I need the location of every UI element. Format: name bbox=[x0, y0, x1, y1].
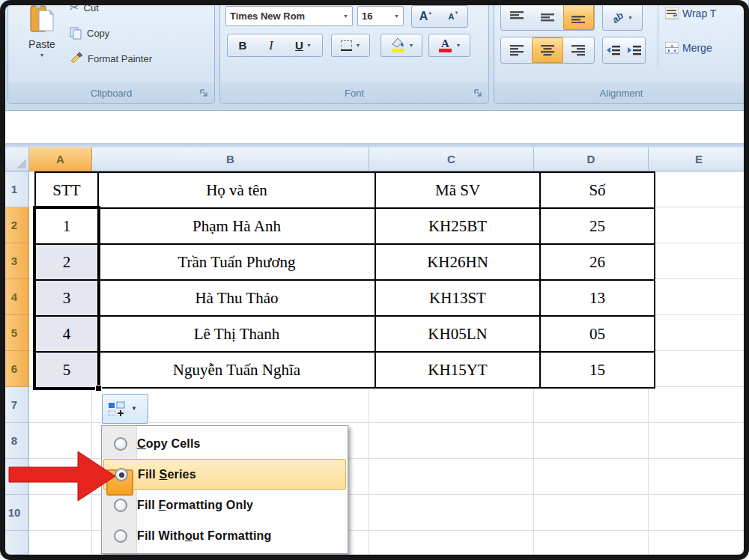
cell-a6[interactable]: 5 bbox=[36, 353, 99, 389]
cell-b1[interactable]: Họ và tên bbox=[99, 173, 376, 209]
middle-align-button[interactable] bbox=[532, 4, 562, 30]
cell[interactable] bbox=[534, 387, 649, 423]
cell[interactable] bbox=[649, 243, 749, 279]
cell[interactable] bbox=[534, 495, 649, 531]
increase-indent-button[interactable] bbox=[624, 37, 645, 63]
cell[interactable] bbox=[649, 279, 749, 315]
cut-button[interactable]: ✂ Cut bbox=[70, 0, 99, 16]
font-name-combo[interactable]: Times New Rom ▼ bbox=[225, 6, 353, 26]
column-header-d[interactable]: D bbox=[534, 147, 649, 171]
cell-b2[interactable]: Phạm Hà Anh bbox=[99, 209, 376, 245]
cell[interactable] bbox=[369, 387, 534, 423]
autofill-options-button[interactable]: ▼ bbox=[102, 394, 148, 424]
underline-button[interactable]: U▼ bbox=[285, 34, 322, 56]
row-header-7[interactable]: 7 bbox=[0, 387, 29, 423]
column-header-a[interactable]: A bbox=[29, 147, 92, 171]
cell-a1[interactable]: STT bbox=[36, 173, 99, 209]
cell-a4[interactable]: 3 bbox=[36, 281, 99, 317]
cell[interactable] bbox=[534, 459, 649, 495]
borders-button[interactable]: ▼ bbox=[331, 34, 370, 57]
bold-button[interactable]: B bbox=[228, 34, 258, 56]
cell-a2[interactable]: 1 bbox=[36, 209, 99, 245]
cell-a5[interactable]: 4 bbox=[36, 317, 99, 353]
copy-button[interactable]: Copy bbox=[70, 24, 109, 42]
menu-item-fill-without-formatting[interactable]: Fill Without Formatting bbox=[103, 520, 346, 551]
grow-font-button[interactable]: A▲ bbox=[412, 6, 440, 27]
radio-fill-without-formatting[interactable] bbox=[114, 529, 127, 543]
cell[interactable] bbox=[649, 207, 749, 243]
cell[interactable] bbox=[649, 387, 749, 423]
cell[interactable] bbox=[534, 531, 649, 555]
italic-button[interactable]: I bbox=[258, 34, 285, 56]
cell-c4[interactable]: KH13ST bbox=[376, 281, 541, 317]
cell[interactable] bbox=[649, 351, 749, 387]
paste-button[interactable]: Paste ▼ bbox=[19, 3, 65, 79]
row-header-1[interactable]: 1 bbox=[0, 171, 29, 207]
fill-handle[interactable] bbox=[95, 385, 102, 392]
select-all-corner[interactable] bbox=[0, 147, 29, 171]
cell-d6[interactable]: 15 bbox=[541, 353, 655, 389]
cell[interactable] bbox=[29, 531, 92, 555]
cell[interactable] bbox=[534, 423, 649, 459]
wrap-text-button[interactable]: Wrap T bbox=[665, 7, 716, 19]
cell[interactable] bbox=[369, 531, 534, 555]
align-left-button[interactable] bbox=[501, 37, 532, 63]
cell-b4[interactable]: Hà Thu Thảo bbox=[99, 281, 376, 317]
column-header-c[interactable]: C bbox=[369, 147, 534, 171]
font-dialog-launcher-icon[interactable] bbox=[473, 88, 483, 98]
row-header-4[interactable]: 4 bbox=[0, 279, 29, 315]
select-all-triangle-icon bbox=[16, 159, 26, 168]
align-right-button[interactable] bbox=[563, 37, 594, 63]
clipboard-dialog-launcher-icon[interactable] bbox=[199, 88, 209, 98]
cell-d2[interactable]: 25 bbox=[541, 209, 655, 245]
cell-d5[interactable]: 05 bbox=[541, 317, 655, 353]
cell[interactable] bbox=[649, 423, 749, 459]
center-icon bbox=[541, 44, 554, 56]
bottom-align-button[interactable] bbox=[563, 4, 594, 30]
row-header-3[interactable]: 3 bbox=[0, 243, 29, 279]
cell[interactable] bbox=[369, 495, 534, 531]
cell-c1[interactable]: Mã SV bbox=[376, 173, 541, 209]
menu-item-copy-cells[interactable]: Copy Cells bbox=[103, 428, 346, 459]
row-header-5[interactable]: 5 bbox=[0, 315, 29, 351]
cell-d1[interactable]: Số bbox=[541, 173, 655, 209]
cell[interactable] bbox=[369, 459, 534, 495]
cell[interactable] bbox=[649, 531, 749, 555]
menu-item-fill-formatting-only[interactable]: Fill Formatting Only bbox=[103, 490, 346, 520]
autofill-dropdown-caret[interactable]: ▼ bbox=[131, 406, 145, 412]
center-button[interactable] bbox=[532, 37, 562, 63]
row-header-2[interactable]: 2 bbox=[0, 207, 29, 243]
cell-a3[interactable]: 2 bbox=[36, 245, 99, 281]
cell-c3[interactable]: KH26HN bbox=[376, 245, 541, 281]
decrease-indent-button[interactable] bbox=[603, 37, 624, 63]
cell[interactable] bbox=[649, 459, 749, 495]
paste-dropdown-caret[interactable]: ▼ bbox=[40, 52, 45, 58]
cell-c2[interactable]: KH25BT bbox=[376, 209, 541, 245]
cell-d4[interactable]: 13 bbox=[541, 281, 655, 317]
cell-b3[interactable]: Trần Tuấn Phương bbox=[99, 245, 376, 281]
shrink-font-button[interactable]: A▼ bbox=[440, 6, 467, 27]
orientation-button[interactable]: ab▼ bbox=[602, 4, 643, 31]
cell-d3[interactable]: 26 bbox=[541, 245, 655, 281]
cell-c5[interactable]: KH05LN bbox=[376, 317, 541, 353]
merge-center-button[interactable]: a Merge bbox=[665, 42, 712, 54]
cell[interactable] bbox=[649, 171, 749, 207]
menu-item-fill-series[interactable]: Fill Series bbox=[103, 459, 346, 490]
row-header-6[interactable]: 6 bbox=[0, 351, 29, 387]
font-size-combo[interactable]: 16 ▼ bbox=[357, 6, 404, 26]
cell-b5[interactable]: Lê Thị Thanh bbox=[99, 317, 376, 353]
cell[interactable] bbox=[29, 387, 92, 423]
cell[interactable] bbox=[649, 495, 749, 531]
column-header-e[interactable]: E bbox=[649, 147, 749, 171]
cell[interactable] bbox=[369, 423, 534, 459]
format-painter-button[interactable]: Format Painter bbox=[70, 49, 152, 67]
column-header-b[interactable]: B bbox=[92, 147, 369, 171]
row-header-11-partial[interactable] bbox=[0, 531, 29, 555]
cell-c6[interactable]: KH15YT bbox=[376, 353, 541, 389]
fill-color-button[interactable]: ▼ bbox=[380, 34, 422, 57]
top-align-button[interactable] bbox=[501, 4, 532, 30]
cell[interactable] bbox=[649, 315, 749, 351]
cell-b6[interactable]: Nguyễn Tuấn Nghĩa bbox=[99, 353, 376, 389]
font-color-button[interactable]: A ▼ bbox=[428, 34, 470, 57]
format-painter-label: Format Painter bbox=[88, 53, 152, 64]
